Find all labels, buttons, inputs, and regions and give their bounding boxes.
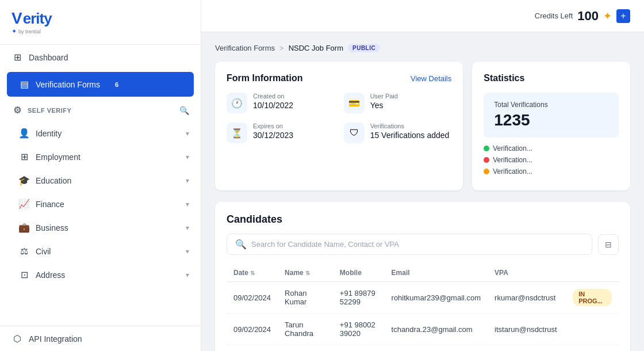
table-row: 09/02/2024 Tarun Chandra +91 98002 39020…	[227, 314, 619, 345]
self-verify-icon: ⚙	[12, 105, 23, 116]
row-date: 09/02/2024	[227, 314, 278, 345]
identity-label: Identity	[36, 129, 62, 138]
page-body: Verification Forms > NSDC Job Form PUBLI…	[201, 32, 644, 351]
col-mobile: Mobile	[333, 264, 385, 282]
filter-button[interactable]: ⊟	[598, 234, 619, 255]
verifications-value: 15 Verifications added	[370, 131, 450, 140]
sidebar-item-verification-forms[interactable]: ▤ Verification Forms 6	[7, 72, 194, 97]
verification-forms-label: Verification Forms	[36, 80, 100, 89]
total-verifications-box: Total Verifications 1235	[484, 93, 619, 138]
row-name: Tarun Chandra	[278, 314, 333, 345]
row-mobile: +91 89879 52299	[333, 282, 385, 314]
api-integration-label: API Integration	[29, 334, 82, 344]
self-verify-search-icon[interactable]: 🔍	[179, 106, 190, 115]
row-status: IN PROG...	[566, 282, 619, 314]
breadcrumb-separator: >	[279, 44, 284, 52]
verifications-icon: 🛡	[344, 123, 365, 143]
logo-area: V erity ✦ by trential	[0, 0, 201, 45]
dot-red	[484, 157, 489, 163]
sidebar-item-education[interactable]: 🎓 Education ▾	[0, 169, 201, 192]
star-icon: ✦	[603, 10, 612, 22]
legend-label-2: Verification...	[493, 167, 532, 175]
row-status	[566, 345, 619, 352]
form-info-header: Form Information View Details	[227, 73, 451, 83]
statistics-header: Statistics	[484, 73, 619, 83]
search-input[interactable]	[251, 240, 584, 249]
civil-icon: ⚖	[18, 246, 30, 257]
education-icon: 🎓	[18, 175, 30, 186]
candidates-table: Date⇅ Name⇅ Mobile Email VPA 09/02/2024 …	[227, 264, 619, 351]
row-vpa: iamtanu@nsdctrust	[488, 345, 566, 352]
address-label: Address	[36, 270, 65, 280]
legend-item-1: Verification...	[484, 156, 619, 164]
breadcrumb-parent[interactable]: Verification Forms	[215, 44, 275, 52]
row-email: tchandra.23@gmail.com	[385, 314, 488, 345]
sidebar-item-api-integration[interactable]: ⬡ API Integration	[0, 326, 201, 351]
sidebar-item-business[interactable]: 💼 Business ▾	[0, 216, 201, 239]
sidebar-item-employment[interactable]: ⊞ Employment ▾	[0, 145, 201, 169]
row-mobile: +91 97328 94002	[333, 345, 385, 352]
verifications-item: 🛡 Verifications 15 Verifications added	[344, 123, 452, 143]
row-status	[566, 314, 619, 345]
total-verifications-value: 1235	[494, 111, 608, 129]
legend-label-1: Verification...	[493, 156, 532, 164]
status-badge: IN PROG...	[573, 289, 612, 306]
cards-row: Form Information View Details 🕐 Created …	[215, 62, 630, 190]
candidates-title: Candidates	[227, 213, 619, 226]
created-on-item: 🕐 Created on 10/10/2022	[227, 93, 335, 113]
row-vpa: itstarun@nsdctrust	[488, 314, 566, 345]
legend-item-0: Verification...	[484, 144, 619, 152]
civil-chevron: ▾	[186, 247, 189, 255]
statistics-title: Statistics	[484, 73, 524, 83]
table-row: 09/02/2024 Rohan Kumar +91 89879 52299 r…	[227, 282, 619, 314]
legend-label-0: Verification...	[493, 144, 532, 152]
self-verify-header: ⚙ SELF VERIFY 🔍	[0, 99, 201, 121]
civil-label: Civil	[36, 247, 51, 256]
row-date: 09/02/2024	[227, 282, 278, 314]
forms-icon: ▤	[18, 79, 30, 90]
address-icon: ⊡	[18, 269, 30, 280]
search-icon: 🔍	[235, 239, 247, 250]
row-vpa: rkumar@nsdctrust	[488, 282, 566, 314]
table-header-row: Date⇅ Name⇅ Mobile Email VPA	[227, 264, 619, 282]
dashboard-label: Dashboard	[29, 53, 68, 62]
self-verify-label: SELF VERIFY	[28, 107, 71, 114]
identity-icon: 👤	[18, 128, 30, 139]
row-email: iamtanu@gmail.com	[385, 345, 488, 352]
finance-icon: 📈	[18, 199, 30, 209]
col-name: Name⇅	[278, 264, 333, 282]
breadcrumb-current: NSDC Job Form	[289, 44, 343, 52]
view-details-link[interactable]: View Details	[411, 74, 451, 83]
col-email: Email	[385, 264, 488, 282]
created-on-label: Created on	[253, 93, 293, 100]
expires-on-icon: ⏳	[227, 123, 247, 143]
user-paid-value: Yes	[370, 101, 398, 110]
row-name: Tanushree	[278, 345, 333, 352]
total-verifications-label: Total Verifications	[494, 101, 608, 109]
identity-chevron: ▾	[186, 129, 189, 138]
sidebar-item-address[interactable]: ⊡ Address ▾	[0, 263, 201, 287]
add-credits-button[interactable]: +	[616, 9, 630, 23]
row-name: Rohan Kumar	[278, 282, 333, 314]
sidebar-item-civil[interactable]: ⚖ Civil ▾	[0, 239, 201, 263]
expires-on-value: 30/12/2023	[253, 131, 293, 140]
user-paid-item: 💳 User Paid Yes	[344, 93, 452, 113]
business-label: Business	[36, 223, 68, 232]
user-paid-label: User Paid	[370, 93, 398, 100]
logo-v: V	[12, 9, 22, 28]
education-chevron: ▾	[186, 177, 189, 185]
statistics-card: Statistics Total Verifications 1235 Veri…	[472, 62, 630, 190]
education-label: Education	[36, 176, 71, 185]
dot-yellow	[484, 169, 489, 174]
sidebar-item-finance[interactable]: 📈 Finance ▾	[0, 192, 201, 216]
address-chevron: ▾	[186, 271, 189, 279]
sidebar-item-identity[interactable]: 👤 Identity ▾	[0, 121, 201, 145]
user-paid-icon: 💳	[344, 93, 365, 113]
sidebar-item-dashboard[interactable]: ⊞ Dashboard	[0, 45, 201, 70]
verifications-label: Verifications	[370, 123, 450, 129]
employment-icon: ⊞	[18, 151, 30, 162]
credits-value: 100	[577, 9, 599, 24]
finance-chevron: ▾	[186, 200, 189, 208]
header: Credits Left 100 ✦ +	[201, 0, 644, 32]
table-row: 09/02/2024 Tanushree +91 97328 94002 iam…	[227, 345, 619, 352]
